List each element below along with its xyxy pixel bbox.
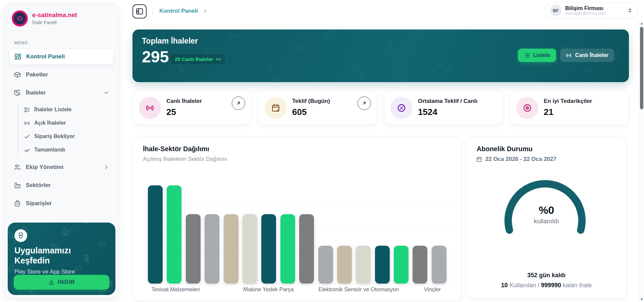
brand-name: e-satinalma.net xyxy=(32,12,77,19)
promo-title: Uygulamamızı Keşfedin xyxy=(14,245,92,265)
list-icon xyxy=(524,52,530,59)
user-email: manager@firma.com xyxy=(565,11,606,15)
remaining-label: kalan ihale xyxy=(563,282,592,289)
chevrons-up-down-icon xyxy=(627,7,633,13)
dashboard-grid-icon xyxy=(14,53,21,60)
list-button-label: Listele xyxy=(533,52,550,58)
menu-section-label: MENÜ xyxy=(14,41,28,45)
live-tenders-chip-label: 25 Canlı İhaleler xyxy=(175,56,213,62)
shopping-bag-icon xyxy=(14,200,21,207)
sidebar-subitem-ihaleler-listele[interactable]: İhaleler Listele xyxy=(24,103,114,116)
sidebar-subitem-label: Açık İhaleler xyxy=(34,120,66,126)
factory-icon xyxy=(14,182,21,189)
breadcrumb-label: Kontrol Paneli xyxy=(159,8,198,14)
bar-series xyxy=(148,183,446,284)
sidebar-subitem-acik-ihaleler[interactable]: Açık İhaleler xyxy=(24,116,114,130)
stat-value: 605 xyxy=(292,107,307,117)
broadcast-icon xyxy=(24,120,30,126)
sidebar-item-label: Sektörler xyxy=(26,182,51,189)
chart-subtitle: Açılmış İhalelerin Sektör Dağılımı xyxy=(143,156,227,163)
sidebar-subitem-label: İhaleler Listele xyxy=(34,107,71,113)
stat-label: Teklif (Bugün) xyxy=(292,98,330,105)
chevron-right-icon xyxy=(203,9,208,14)
x-axis-label: Vinçler xyxy=(424,286,441,293)
banner-title: Toplam İhaleler xyxy=(142,37,198,46)
used-label: Kullanılan xyxy=(509,282,536,289)
sidebar-item-ekip-yonetimi[interactable]: Ekip Yönetimi xyxy=(9,159,114,175)
bar-10 xyxy=(337,246,352,284)
sidebar-subitem-tamamlandi[interactable]: Tamamlandı xyxy=(24,143,114,157)
x-axis-label: Tesisat Malzemeleri xyxy=(151,286,200,293)
brand-subtitle: İhale Paneli xyxy=(32,20,77,25)
live-button-label: Canlı İhaleler xyxy=(575,52,608,58)
bar-7 xyxy=(280,214,295,284)
sector-bar-plot xyxy=(148,183,446,284)
live-tenders-button[interactable]: Canlı İhaleler xyxy=(560,49,614,62)
bar-0 xyxy=(148,185,163,284)
chevron-right-icon xyxy=(103,164,109,170)
stat-value: 25 xyxy=(166,107,176,117)
open-detail-button[interactable] xyxy=(358,97,371,110)
sidebar-item-label: Kontrol Paneli xyxy=(26,53,65,60)
download-app-button[interactable]: INDIR xyxy=(14,275,109,290)
sidebar-item-siparisler[interactable]: Siparişler xyxy=(9,195,114,212)
sidebar-item-kontrol-paneli[interactable]: Kontrol Paneli xyxy=(9,49,114,65)
sidebar-subitem-label: Sipariş Bekliyor xyxy=(34,133,75,139)
medal-icon xyxy=(14,229,27,242)
sidebar-item-sektorler[interactable]: Sektörler xyxy=(9,177,114,193)
stat-label: Ortalama Teklif / Canlı xyxy=(418,98,477,105)
bar-9 xyxy=(318,246,333,284)
bar-15 xyxy=(432,246,446,284)
sidebar-item-label: Paketler xyxy=(26,71,48,78)
subscription-status-card: Abonelik Durumu 22 Oca 2026 - 22 Oca 202… xyxy=(466,137,627,298)
bar-13 xyxy=(394,246,409,284)
list-tenders-button[interactable]: Listele xyxy=(518,49,556,62)
usage-separator: / xyxy=(538,282,539,289)
scroll-down-arrow-icon[interactable]: ▼ xyxy=(639,298,644,301)
sidebar-subitem-siparis-bekliyor[interactable]: Sipariş Bekliyor xyxy=(24,130,114,143)
award-icon xyxy=(516,97,538,119)
user-account-menu[interactable]: BF Bilişim Firması manager@firma.com xyxy=(546,3,637,18)
x-axis-label: Elektronik Sensör ve Otomasyon xyxy=(318,286,399,293)
usage-summary: 10 Kullanılan / 999990 kalan ihale xyxy=(467,282,626,289)
bar-8 xyxy=(299,214,314,284)
brand-logo-icon xyxy=(12,10,28,26)
sidebar-collapse-button[interactable] xyxy=(132,4,147,18)
breadcrumb[interactable]: Kontrol Paneli xyxy=(159,8,208,14)
sidebar-item-paketler[interactable]: Paketler xyxy=(9,67,114,83)
scrollbar-thumb[interactable] xyxy=(640,27,643,109)
stat-card-en-iyi-tedarikciler: En iyi Tedarikçiler 21 xyxy=(510,90,629,125)
open-detail-button[interactable] xyxy=(232,97,245,110)
topbar-divider xyxy=(153,7,153,16)
sidebar-item-label: Ekip Yönetimi xyxy=(26,164,63,171)
bar-6 xyxy=(261,214,276,284)
scroll-up-arrow-icon[interactable]: ▲ xyxy=(639,22,644,25)
sidebar-subitem-label: Tamamlandı xyxy=(34,147,65,153)
gauge-percent: %0 xyxy=(467,204,626,217)
users-icon xyxy=(14,164,21,171)
user-name: Bilişim Firması xyxy=(565,5,606,11)
sidebar-item-label: İhaleler xyxy=(26,89,46,96)
stat-value: 1524 xyxy=(418,107,437,117)
broadcast-icon xyxy=(216,57,221,62)
bar-2 xyxy=(186,214,201,284)
panel-collapse-icon xyxy=(136,7,144,15)
dashboard-page: { "brand": {"name": "e-satinalma.net", "… xyxy=(0,0,644,302)
vertical-scrollbar[interactable]: ▲ ▼ xyxy=(639,21,644,302)
brand[interactable]: e-satinalma.net İhale Paneli xyxy=(12,10,77,26)
gauge-caption: kullanıldı xyxy=(467,218,626,225)
avatar: BF xyxy=(550,5,561,16)
bar-5 xyxy=(243,214,257,284)
bar-1 xyxy=(167,185,181,284)
chevron-down-icon xyxy=(103,90,109,96)
double-check-icon xyxy=(24,147,30,153)
download-button-label: INDIR xyxy=(58,279,75,286)
sidebar-item-ihaleler[interactable]: İhaleler xyxy=(9,85,114,101)
used-count: 10 xyxy=(501,282,508,289)
stat-value: 21 xyxy=(544,107,553,117)
package-icon xyxy=(14,71,21,78)
live-tenders-chip: 25 Canlı İhaleler xyxy=(171,54,225,64)
broadcast-icon xyxy=(139,97,161,119)
download-icon xyxy=(48,279,55,286)
broadcast-icon xyxy=(566,52,572,59)
